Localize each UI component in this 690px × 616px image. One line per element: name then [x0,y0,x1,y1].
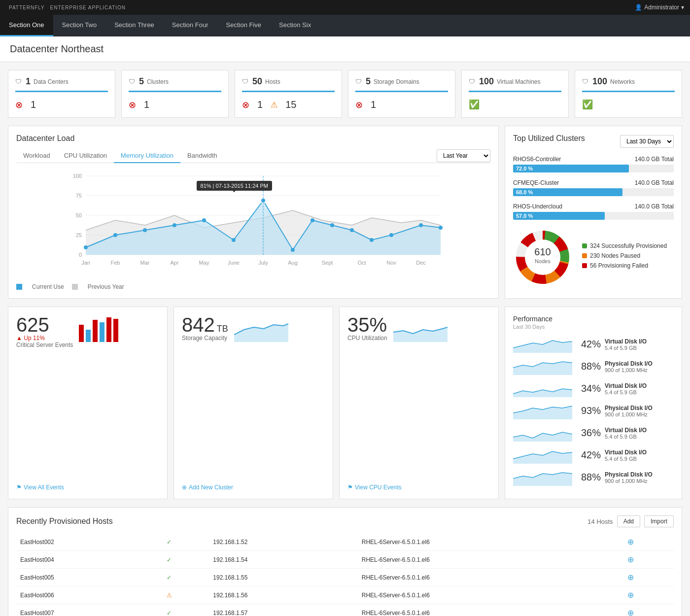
svg-text:Oct: Oct [357,260,366,266]
host-action-icon[interactable]: ⊕ [627,609,634,616]
cluster-bar: 72.0 % [513,165,629,172]
error-icon: ⊗ [15,100,23,110]
svg-point-14 [143,228,147,232]
error-icon: ⊗ [355,100,363,110]
svg-point-12 [84,245,88,249]
cpu-spark [393,315,448,342]
clusters-dropdown[interactable]: Last 30 Days Last 7 Days [620,135,674,148]
svg-text:Jan: Jan [81,260,90,266]
chart-legend: Current Use Previous Year [16,283,490,290]
perf-spark-5 [513,446,572,464]
shield-icon: 🛡 [355,78,362,85]
add-cluster-link[interactable]: ⊕ Add New Cluster [182,484,325,491]
legend-paused-label: 230 Nodes Paused [590,252,640,259]
metric-card-cpu: 35% CPU Utilization ⚑ View CPU Events [339,307,499,499]
user-name: Administrator [644,4,679,11]
host-ip: 192.168.1.52 [209,533,357,551]
host-action-icon[interactable]: ⊕ [627,573,634,582]
svg-text:Feb: Feb [111,260,120,266]
cluster-cfmeqe: CFMEQE-Cluster 140.0 GB Total 68.0 % [513,179,674,196]
host-ip: 192.168.1.56 [209,586,357,604]
perf-spark-2 [513,380,572,397]
svg-text:July: July [258,260,268,266]
host-action-icon[interactable]: ⊕ [627,591,634,599]
nav-item-section-four[interactable]: Section Four [163,15,217,36]
error-icon: ⊗ [242,100,249,110]
add-host-button[interactable]: Add [617,515,640,527]
perf-spark-3 [513,402,572,419]
chart-title: Datacenter Load [16,134,490,143]
metric-label-storage: Storage Capacity [182,335,228,342]
perf-item-1: 88% Physical Disk I/O900 of 1,000 MHz [513,358,674,375]
host-status-ok: ✓ [167,539,172,546]
stat-card-datacenters: 🛡 1 Data Centers ⊗ 1 [8,70,115,118]
brand-logo: PATTERNFLY ENTERPRISE APPLICATION [6,5,126,10]
svg-text:50: 50 [76,212,82,218]
view-cpu-link[interactable]: ⚑ View CPU Events [347,484,490,491]
metrics-row: 625 ▲ Up 11% Critical Server Events ⚑ Vi… [8,307,682,499]
cluster-total: 140.0 GB Total [635,156,674,163]
perf-pct-2: 34% [576,383,601,394]
hosts-table-header: Recently Provisioned Hosts 14 Hosts Add … [16,515,674,527]
svg-point-19 [291,248,295,252]
cluster-bar: 57.0 % [513,212,605,220]
perf-spark-6 [513,469,572,486]
perf-item-3: 93% Physical Disk I/O900 of 1,000 MHz [513,402,674,419]
nav-item-section-three[interactable]: Section Three [105,15,163,36]
error-icon: ⊗ [129,100,136,110]
tab-cpu[interactable]: CPU Utilization [57,149,114,163]
metric-value-storage: 842 [182,315,215,335]
host-status-ok: ✓ [167,574,172,581]
hosts-table: EastHost002 ✓ 192.168.1.52 RHEL-6Server-… [16,533,674,616]
view-all-events-link[interactable]: ⚑ View All Events [16,484,159,491]
legend-current-label: Current Use [32,283,64,290]
events-spark [79,315,123,342]
metric-label-events: Critical Server Events [16,342,73,348]
user-menu[interactable]: 👤 Administrator ▾ [635,4,684,11]
tab-memory[interactable]: Memory Utilization [114,149,180,163]
svg-point-20 [310,218,314,222]
svg-rect-48 [93,320,98,342]
svg-text:June: June [228,260,240,266]
host-name: EastHost004 [16,551,163,569]
metric-value-cpu: 35% [347,314,387,336]
chart-panel: Datacenter Load Workload CPU Utilization… [8,126,499,299]
nav-item-section-one[interactable]: Section One [0,15,53,36]
svg-text:Sept: Sept [322,260,333,266]
metric-card-events: 625 ▲ Up 11% Critical Server Events ⚑ Vi… [8,307,168,499]
cluster-total: 140.0 GB Total [635,179,674,186]
nav-item-section-six[interactable]: Section Six [270,15,320,36]
svg-rect-49 [100,322,104,342]
svg-text:May: May [199,260,209,266]
legend-prev-label: Previous Year [88,283,124,290]
tab-workload[interactable]: Workload [16,149,57,163]
metric-change: ▲ Up 11% [16,335,73,342]
time-range-dropdown[interactable]: Last Year Last 30 Days Last 7 Days [437,149,490,162]
nav-item-section-two[interactable]: Section Two [53,15,106,36]
host-status-warn: ⚠ [167,592,172,599]
host-action-icon[interactable]: ⊕ [627,555,634,564]
import-host-button[interactable]: Import [644,515,674,527]
host-os: RHEL-6Server-6.5.0.1.el6 [358,586,624,604]
svg-text:Apr: Apr [170,260,178,266]
perf-item-5: 42% Virtual Disk I/O5.4 of 5.9 GB [513,446,674,464]
shield-icon: 🛡 [582,78,588,85]
host-status-ok: ✓ [167,556,172,563]
hosts-table-scroll[interactable]: EastHost002 ✓ 192.168.1.52 RHEL-6Server-… [16,533,674,616]
storage-spark [234,315,288,342]
svg-rect-50 [106,317,111,342]
nav-item-section-five[interactable]: Section Five [217,15,271,36]
warn-icon: ⚠ [271,100,277,109]
host-action-icon[interactable]: ⊕ [627,538,634,546]
svg-marker-58 [513,432,572,442]
tab-bandwidth[interactable]: Bandwidth [180,149,224,163]
user-icon: 👤 [635,4,642,11]
host-os: RHEL-6Server-6.5.0.1.el6 [358,569,624,586]
top-bar: PATTERNFLY ENTERPRISE APPLICATION 👤 Admi… [0,0,690,15]
cluster-rhos6: RHOS6-Controller 140.0 GB Total 72.0 % [513,156,674,172]
host-os: RHEL-6Server-6.5.0.1.el6 [358,533,624,551]
table-row: EastHost007 ✓ 192.168.1.57 RHEL-6Server-… [16,604,674,616]
perf-item-4: 36% Virtual Disk I/O5.4 of 5.9 GB [513,424,674,442]
cluster-name: RHOS6-Controller [513,156,561,163]
svg-text:Nov: Nov [386,260,396,266]
